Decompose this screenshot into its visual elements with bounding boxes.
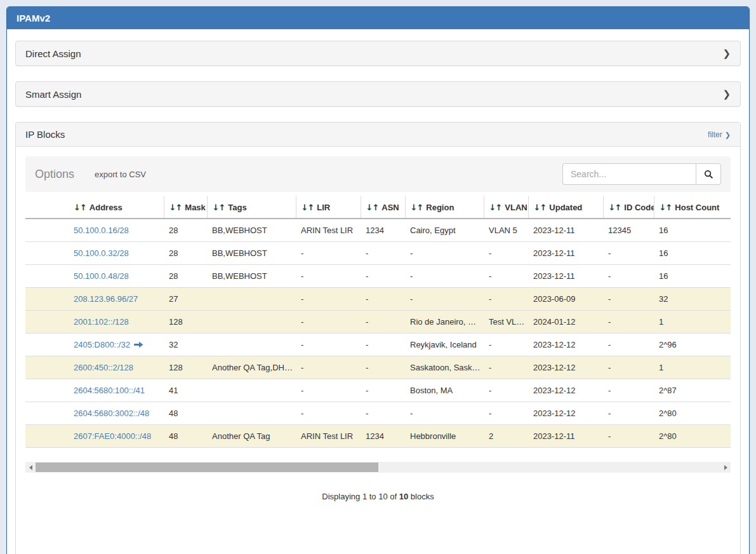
column-header[interactable]: ↓↑ASN bbox=[361, 196, 405, 219]
cell: - bbox=[361, 242, 405, 265]
options-bar: Options export to CSV bbox=[25, 156, 731, 192]
cell: - bbox=[603, 402, 654, 425]
sort-icon: ↓↑ bbox=[169, 203, 182, 212]
cell: 2023-06-09 bbox=[528, 288, 603, 311]
pagination-count: 10 bbox=[399, 492, 408, 501]
cell: 128 bbox=[164, 356, 207, 379]
cell: 1 bbox=[654, 356, 731, 379]
export-csv-link[interactable]: export to CSV bbox=[95, 170, 146, 179]
cell: - bbox=[296, 334, 361, 356]
table-header-row: ↓↑Address↓↑Mask↓↑Tags↓↑LIR↓↑ASN↓↑Region↓… bbox=[25, 196, 731, 219]
cell: ARIN Test LIR bbox=[296, 425, 361, 448]
cell: 48 bbox=[164, 425, 207, 448]
app-header: IPAMv2 bbox=[7, 7, 749, 29]
address-link[interactable]: 2600:450::2/128 bbox=[74, 363, 133, 372]
cell-blank bbox=[25, 242, 69, 265]
column-header[interactable]: ↓↑Address bbox=[69, 196, 164, 219]
address-link[interactable]: 2604:5680:3002::/48 bbox=[74, 409, 149, 418]
scroll-left-button[interactable] bbox=[25, 462, 36, 473]
scroll-track[interactable] bbox=[36, 462, 720, 473]
cell-blank bbox=[25, 219, 69, 242]
column-label: ID Code bbox=[624, 203, 654, 212]
cell-blank bbox=[25, 288, 69, 311]
column-header[interactable]: ↓↑Updated bbox=[528, 196, 603, 219]
cell: 2023-12-12 bbox=[528, 379, 603, 402]
cell: ARIN Test LIR bbox=[296, 219, 361, 242]
column-header[interactable]: ↓↑Tags bbox=[207, 196, 296, 219]
search-icon bbox=[704, 170, 713, 179]
direct-assign-header[interactable]: Direct Assign ❯ bbox=[16, 41, 740, 65]
table-row: 50.100.0.32/28 28 BB,WEBHOST - - - - 202… bbox=[25, 242, 731, 265]
cell: 2023-12-12 bbox=[528, 334, 603, 356]
arrow-right-icon[interactable] bbox=[134, 341, 143, 348]
search-button[interactable] bbox=[696, 163, 721, 185]
cell: - bbox=[361, 379, 405, 402]
cell: - bbox=[484, 379, 528, 402]
column-label: Tags bbox=[228, 203, 246, 212]
filter-link[interactable]: filter❯ bbox=[708, 130, 731, 139]
ip-blocks-table: ↓↑Address↓↑Mask↓↑Tags↓↑LIR↓↑ASN↓↑Region↓… bbox=[25, 196, 731, 448]
column-label: LIR bbox=[317, 203, 330, 212]
chevron-right-icon: ❯ bbox=[722, 48, 731, 59]
address-link[interactable]: 50.100.0.32/28 bbox=[74, 248, 129, 258]
cell-address: 2604:5680:3002::/48 bbox=[69, 402, 164, 425]
horizontal-scrollbar[interactable] bbox=[25, 462, 731, 473]
cell-address: 50.100.0.48/28 bbox=[69, 265, 164, 288]
scroll-thumb[interactable] bbox=[36, 463, 378, 472]
ip-blocks-title: IP Blocks bbox=[25, 129, 65, 140]
address-link[interactable]: 208.123.96.96/27 bbox=[74, 294, 138, 304]
cell: - bbox=[296, 356, 361, 379]
sort-icon: ↓↑ bbox=[213, 203, 225, 212]
scroll-right-icon bbox=[724, 465, 727, 470]
sort-icon: ↓↑ bbox=[660, 203, 672, 212]
pagination-suffix: blocks bbox=[408, 492, 434, 501]
column-label: Host Count bbox=[675, 203, 719, 212]
app-title: IPAMv2 bbox=[17, 13, 50, 24]
sort-icon: ↓↑ bbox=[411, 203, 423, 212]
column-header[interactable]: ↓↑Host Count bbox=[654, 196, 731, 219]
address-link[interactable]: 50.100.0.16/28 bbox=[74, 226, 129, 235]
cell: - bbox=[484, 402, 528, 425]
scroll-right-button[interactable] bbox=[720, 462, 731, 473]
cell: 28 bbox=[164, 219, 207, 242]
cell: - bbox=[405, 288, 484, 311]
cell-address: 2600:450::2/128 bbox=[69, 356, 164, 379]
cell: BB,WEBHOST bbox=[207, 265, 296, 288]
cell bbox=[207, 311, 296, 334]
cell-address: 50.100.0.16/28 bbox=[69, 219, 164, 242]
column-header[interactable]: ↓↑ID Code bbox=[603, 196, 654, 219]
column-label: Mask bbox=[185, 203, 206, 212]
column-header[interactable]: ↓↑Region bbox=[405, 196, 484, 219]
cell-address: 208.123.96.96/27 bbox=[69, 288, 164, 311]
chevron-right-icon: ❯ bbox=[725, 131, 731, 139]
options-label: Options bbox=[35, 168, 74, 181]
sort-icon: ↓↑ bbox=[609, 203, 621, 212]
sort-icon: ↓↑ bbox=[74, 203, 86, 212]
address-link[interactable]: 2405:D800::/32 bbox=[74, 340, 130, 349]
cell: VLAN 5 bbox=[484, 219, 528, 242]
column-header[interactable]: ↓↑VLAN bbox=[484, 196, 528, 219]
cell: 128 bbox=[164, 311, 207, 334]
address-link[interactable]: 2604:5680:100::/41 bbox=[74, 386, 145, 395]
cell: Boston, MA bbox=[405, 379, 484, 402]
smart-assign-header[interactable]: Smart Assign ❯ bbox=[16, 82, 740, 106]
cell: - bbox=[603, 356, 654, 379]
table-row: 2604:5680:100::/41 41 - - Boston, MA - 2… bbox=[25, 379, 731, 402]
cell: 2023-12-11 bbox=[528, 242, 603, 265]
address-link[interactable]: 2001:102::/128 bbox=[74, 317, 129, 327]
column-header[interactable]: ↓↑LIR bbox=[296, 196, 361, 219]
cell-blank bbox=[25, 311, 69, 334]
column-label: ASN bbox=[381, 203, 399, 212]
pagination-prefix: Displaying 1 to 10 of bbox=[322, 492, 399, 501]
column-header[interactable]: ↓↑Mask bbox=[164, 196, 207, 219]
cell: - bbox=[484, 288, 528, 311]
cell: - bbox=[603, 265, 654, 288]
address-link[interactable]: 2607:FAE0:4000::/48 bbox=[74, 431, 151, 441]
cell: BB,WEBHOST bbox=[207, 242, 296, 265]
address-link[interactable]: 50.100.0.48/28 bbox=[74, 271, 129, 281]
search-input[interactable] bbox=[562, 163, 696, 185]
cell: 2023-12-11 bbox=[528, 425, 603, 448]
cell: Cairo, Egypt bbox=[405, 219, 484, 242]
cell: - bbox=[296, 288, 361, 311]
cell: Another QA Tag bbox=[207, 425, 296, 448]
